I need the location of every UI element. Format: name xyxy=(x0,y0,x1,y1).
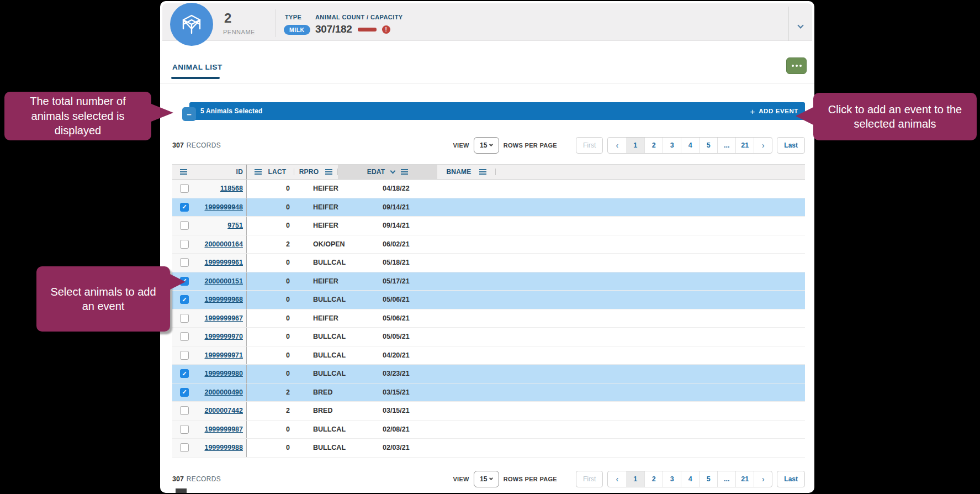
animal-id-link[interactable]: 9751 xyxy=(227,222,243,229)
page-button[interactable]: 5 xyxy=(699,471,717,487)
page-button[interactable]: 21 xyxy=(735,471,754,487)
table-body: 118568 0 HEIFER 04/18/22 ✓ 1999999948 0 … xyxy=(172,180,805,458)
deselect-all-checkbox[interactable]: – xyxy=(182,107,196,121)
rpro-value: BULLCAL xyxy=(294,346,337,365)
column-header-bname[interactable]: BNAME xyxy=(437,165,495,179)
animal-id-link[interactable]: 1999999968 xyxy=(204,296,243,303)
lact-value: 0 xyxy=(247,254,294,272)
id-cell: 2000000164 xyxy=(172,235,247,254)
page-button[interactable]: ... xyxy=(717,471,735,487)
selection-bar: – 5 Animals Selected + ADD EVENT xyxy=(189,102,805,120)
row-checkbox[interactable] xyxy=(180,425,189,434)
row-checkbox[interactable] xyxy=(180,351,189,360)
animal-id-link[interactable]: 2000000490 xyxy=(204,388,243,396)
animal-id-link[interactable]: 118568 xyxy=(220,185,243,192)
column-menu-icon[interactable] xyxy=(479,169,486,175)
page-button[interactable]: 1 xyxy=(626,138,644,153)
animal-id-link[interactable]: 2000000151 xyxy=(204,277,243,285)
animal-id-link[interactable]: 1999999961 xyxy=(204,259,243,266)
row-checkbox[interactable] xyxy=(180,258,189,267)
id-cell: 118568 xyxy=(172,180,247,198)
rpro-value: BULLCAL xyxy=(294,328,337,346)
page-button[interactable]: 3 xyxy=(663,471,681,487)
page-button[interactable]: 5 xyxy=(699,138,717,153)
page-button[interactable]: 3 xyxy=(663,138,681,153)
table-row: 1999999961 0 BULLCAL 05/18/21 xyxy=(172,254,805,272)
animal-id-link[interactable]: 1999999980 xyxy=(204,370,243,377)
next-page-button[interactable]: › xyxy=(754,471,772,487)
column-menu-icon[interactable] xyxy=(255,169,262,175)
first-page-button[interactable]: First xyxy=(576,137,603,154)
animal-id-link[interactable]: 1999999971 xyxy=(204,351,243,359)
cutoff-element xyxy=(176,488,187,493)
page-size-select[interactable]: 15 xyxy=(474,137,499,154)
page-button[interactable]: 2 xyxy=(644,471,663,487)
edat-value: 05/17/21 xyxy=(337,272,436,291)
page-button[interactable]: 4 xyxy=(681,138,699,153)
column-header-rpro[interactable]: RPRO xyxy=(294,165,337,179)
more-options-button[interactable] xyxy=(786,57,807,74)
column-label: ID xyxy=(236,168,243,176)
page-button[interactable]: 2 xyxy=(644,138,663,153)
row-checkbox[interactable]: ✓ xyxy=(180,203,189,212)
row-checkbox[interactable]: ✓ xyxy=(180,388,189,397)
prev-page-button[interactable]: ‹ xyxy=(608,138,626,153)
filler-cell xyxy=(494,180,805,198)
last-page-button[interactable]: Last xyxy=(777,137,805,154)
animal-id-link[interactable]: 1999999967 xyxy=(204,314,243,322)
animal-id-link[interactable]: 1999999988 xyxy=(204,444,243,451)
filler-cell xyxy=(494,421,805,439)
page-button[interactable]: 4 xyxy=(681,471,699,487)
row-checkbox[interactable] xyxy=(180,443,189,452)
row-checkbox[interactable] xyxy=(180,221,189,230)
rpro-value: BULLCAL xyxy=(294,291,337,309)
filler-cell xyxy=(494,235,805,254)
animal-id-link[interactable]: 2000000164 xyxy=(204,240,243,248)
row-checkbox[interactable] xyxy=(180,314,189,323)
chevron-down-icon xyxy=(797,22,803,28)
animal-id-link[interactable]: 1999999987 xyxy=(204,425,243,433)
last-page-button[interactable]: Last xyxy=(777,471,805,487)
lact-value: 0 xyxy=(247,365,294,383)
next-page-button[interactable]: › xyxy=(754,138,772,153)
edat-value: 04/18/22 xyxy=(337,180,436,198)
id-cell: 1999999970 xyxy=(172,328,247,346)
column-menu-icon[interactable] xyxy=(401,169,408,175)
table-row: 1999999988 0 BULLCAL 02/03/21 xyxy=(172,439,805,458)
column-header-id[interactable]: ID xyxy=(172,165,247,179)
page-button[interactable]: 21 xyxy=(735,138,754,153)
first-page-button[interactable]: First xyxy=(576,471,603,487)
page-button[interactable]: ... xyxy=(717,138,735,153)
callout-add-event: Click to add an event to the selected an… xyxy=(813,93,977,140)
bname-value xyxy=(436,346,494,365)
column-menu-icon[interactable] xyxy=(325,169,332,175)
animal-id-link[interactable]: 1999999970 xyxy=(204,333,243,340)
collapse-header-button[interactable] xyxy=(798,20,803,30)
check-icon: ✓ xyxy=(182,371,187,377)
animal-id-link[interactable]: 2000007442 xyxy=(204,407,243,414)
row-checkbox[interactable] xyxy=(180,332,189,341)
row-checkbox[interactable]: ✓ xyxy=(180,369,189,378)
table-row: 118568 0 HEIFER 04/18/22 xyxy=(172,180,805,198)
add-event-button[interactable]: + ADD EVENT xyxy=(750,102,798,120)
rows-per-page-label: ROWS PER PAGE xyxy=(504,142,557,149)
add-event-label: ADD EVENT xyxy=(759,108,798,114)
animal-id-link[interactable]: 1999999948 xyxy=(204,203,243,211)
sort-descending-icon xyxy=(390,168,396,174)
column-header-lact[interactable]: LACT xyxy=(247,165,294,179)
column-menu-icon[interactable] xyxy=(180,169,187,175)
row-checkbox[interactable] xyxy=(180,406,189,415)
prev-page-button[interactable]: ‹ xyxy=(608,471,626,487)
row-checkbox[interactable]: ✓ xyxy=(180,295,189,304)
page-group: ‹ 12345...21 › xyxy=(607,137,772,154)
page-button[interactable]: 1 xyxy=(626,471,644,487)
lact-value: 0 xyxy=(247,198,294,217)
tab-animal-list[interactable]: ANIMAL LIST xyxy=(172,63,223,71)
ellipsis-icon xyxy=(796,65,798,67)
row-checkbox[interactable] xyxy=(180,184,189,193)
minus-icon: – xyxy=(187,109,191,119)
row-checkbox[interactable] xyxy=(180,240,189,249)
page-size-select[interactable]: 15 xyxy=(474,471,499,487)
records-label: RECORDS xyxy=(187,475,221,483)
column-header-edat[interactable]: EDAT xyxy=(338,165,437,179)
